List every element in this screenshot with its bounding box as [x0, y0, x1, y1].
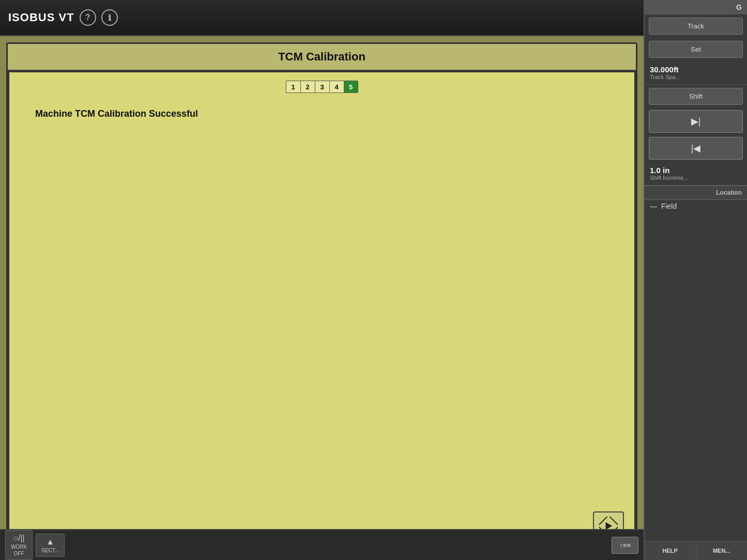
work-sublabel: OFF	[14, 551, 24, 556]
shift-increment-label: Shift Increme...	[650, 175, 742, 181]
step-4[interactable]: 4	[329, 81, 344, 93]
right-panel-header: G	[645, 0, 747, 14]
field-dash: —	[650, 202, 657, 210]
location-label: Location	[650, 189, 742, 196]
info-icon[interactable]: ℹ	[101, 9, 118, 26]
section-icon: ▲	[46, 537, 54, 547]
nav-forward-button[interactable]: ▶|	[649, 110, 743, 133]
work-label: WORK	[11, 544, 27, 550]
top-bar: ISOBUS VT ? ℹ ✕	[0, 0, 747, 36]
shift-increment-item: 1.0 in Shift Increme...	[645, 162, 747, 185]
dialog-title: TCM Calibration	[278, 50, 365, 63]
track-spacing-value: 30.000ft	[650, 65, 742, 74]
work-icon: ○/||	[13, 534, 24, 543]
menu-list-button[interactable]: ↑≡≡	[612, 537, 638, 554]
set-button[interactable]: Set	[649, 41, 743, 58]
step-indicator: 1 2 3 4 5	[20, 81, 624, 93]
dialog-title-bar: TCM Calibration	[8, 44, 636, 71]
work-button[interactable]: ○/|| WORK OFF	[5, 530, 33, 560]
step-3[interactable]: 3	[315, 81, 329, 93]
track-spacing-item: 30.000ft Track Spa...	[645, 61, 747, 85]
shift-button[interactable]: Shift	[649, 88, 743, 105]
dialog-content: 1 2 3 4 5 Machine TCM Calibration Succes…	[8, 71, 636, 552]
app-title: ISOBUS VT	[8, 11, 74, 24]
menu-button[interactable]: MEN...	[696, 541, 748, 560]
field-value: — Field	[645, 200, 747, 212]
shift-increment-value: 1.0 in	[650, 166, 742, 175]
nav-back-button[interactable]: |◀	[649, 137, 743, 160]
section-button[interactable]: ▲ SECT...	[36, 534, 65, 557]
help-button[interactable]: HELP	[645, 541, 696, 560]
bottom-right-buttons: HELP MEN...	[645, 541, 747, 560]
step-1[interactable]: 1	[286, 81, 300, 93]
location-section: Location	[645, 185, 747, 200]
success-message: Machine TCM Calibration Successful	[35, 108, 624, 119]
section-label: SECT...	[41, 548, 59, 553]
main-area: TCM Calibration 1 2 3 4 5 Machine TCM Ca…	[0, 36, 644, 560]
track-spacing-label: Track Spa...	[650, 74, 742, 80]
field-text: Field	[661, 202, 677, 210]
bottom-bar: ○/|| WORK OFF ▲ SECT... ↑≡≡	[0, 529, 644, 560]
track-button[interactable]: Track	[649, 18, 743, 35]
tcm-dialog: TCM Calibration 1 2 3 4 5 Machine TCM Ca…	[6, 42, 637, 554]
step-2[interactable]: 2	[300, 81, 315, 93]
help-icon[interactable]: ?	[80, 9, 96, 26]
step-5-active[interactable]: 5	[344, 81, 358, 93]
right-panel: G Track Set 30.000ft Track Spa... Shift …	[644, 0, 747, 560]
